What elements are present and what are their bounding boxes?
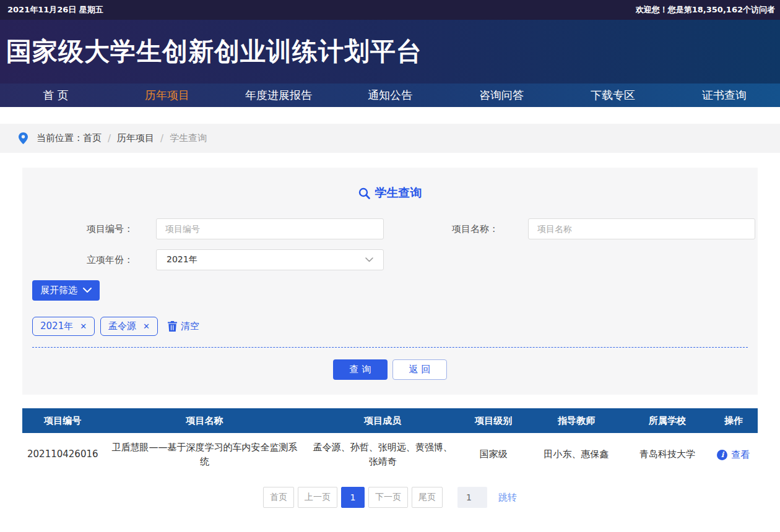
cell-actions: i 查看	[709, 433, 758, 476]
pagination-first-button[interactable]: 首页	[263, 487, 294, 508]
clear-filters-button[interactable]: 清空	[168, 320, 199, 332]
cell-school: 青岛科技大学	[625, 433, 709, 476]
expand-filter-button[interactable]: 展开筛选	[32, 280, 100, 301]
nav-item-certificate-query[interactable]: 证书查询	[669, 84, 780, 107]
nav-item-home[interactable]: 首 页	[0, 84, 111, 107]
nav-item-past-projects[interactable]: 历年项目	[111, 84, 223, 107]
breadcrumb-past-projects[interactable]: 历年项目	[117, 132, 154, 144]
results-table: 项目编号 项目名称 项目成员 项目级别 指导教师 所属学校 操作 2021104…	[22, 408, 758, 476]
filter-tag-year-label: 2021年	[40, 320, 73, 332]
breadcrumb-prefix: 当前位置：	[37, 132, 83, 144]
search-icon	[358, 187, 370, 199]
breadcrumb-home[interactable]: 首页	[83, 132, 102, 144]
pagination-prev-button[interactable]: 上一页	[298, 487, 337, 508]
nav-item-notices[interactable]: 通知公告	[334, 84, 446, 107]
location-pin-icon	[19, 132, 28, 144]
cell-project-level: 国家级	[459, 433, 527, 476]
col-project-code: 项目编号	[22, 408, 103, 433]
filter-tag-year[interactable]: 2021年 ✕	[32, 317, 95, 336]
pagination-jump-input[interactable]	[457, 487, 487, 508]
project-code-field-group: 项目编号：	[22, 218, 384, 239]
pagination-next-button[interactable]: 下一页	[368, 487, 408, 508]
project-name-input[interactable]	[528, 218, 755, 239]
site-header: 国家级大学生创新创业训练计划平台	[0, 20, 780, 84]
year-select[interactable]: 2021年	[156, 249, 384, 270]
pagination-jump-button[interactable]: 跳转	[498, 492, 517, 504]
dashed-divider	[32, 347, 748, 348]
site-title: 国家级大学生创新创业训练计划平台	[6, 35, 422, 69]
cell-project-name: 卫盾慧眼——基于深度学习的车内安全监测系统	[103, 433, 306, 476]
table-row: 202110426016 卫盾慧眼——基于深度学习的车内安全监测系统 孟令源、孙…	[22, 433, 758, 476]
year-select-value: 2021年	[167, 254, 197, 265]
chevron-down-icon	[365, 257, 373, 262]
form-actions: 查 询 返 回	[22, 359, 758, 380]
breadcrumb: 当前位置： 首页 / 历年项目 / 学生查询	[0, 124, 780, 153]
nav-item-qa[interactable]: 咨询问答	[446, 84, 557, 107]
breadcrumb-separator: /	[160, 133, 163, 144]
top-utility-bar: 2021年11月26日 星期五 欢迎您！您是第18,350,162个访问者	[0, 0, 780, 20]
active-filter-tags: 2021年 ✕ 孟令源 ✕ 清空	[32, 317, 758, 336]
year-label: 立项年份：	[22, 254, 156, 266]
visitor-welcome: 欢迎您！您是第18,350,162个访问者	[636, 4, 775, 15]
panel-title-text: 学生查询	[375, 185, 422, 201]
pagination-page-1[interactable]: 1	[341, 487, 365, 508]
filter-tag-student[interactable]: 孟令源 ✕	[100, 317, 158, 336]
col-project-members: 项目成员	[306, 408, 459, 433]
search-panel: 学生查询 项目编号： 项目名称： 立项年份： 2021年 展开筛选 2021年 …	[22, 168, 758, 395]
panel-title: 学生查询	[22, 185, 758, 201]
nav-item-annual-progress-report[interactable]: 年度进展报告	[223, 84, 334, 107]
clear-filters-label: 清空	[181, 320, 199, 332]
pagination: 首页 上一页 1 下一页 尾页 跳转	[0, 487, 780, 508]
col-advisors: 指导教师	[527, 408, 625, 433]
col-actions: 操作	[709, 408, 758, 433]
current-date: 2021年11月26日 星期五	[7, 4, 103, 15]
remove-tag-icon[interactable]: ✕	[80, 322, 87, 330]
pagination-last-button[interactable]: 尾页	[412, 487, 443, 508]
table-header: 项目编号 项目名称 项目成员 项目级别 指导教师 所属学校 操作	[22, 408, 758, 433]
cell-advisors: 田小东、惠保鑫	[527, 433, 625, 476]
form-row-1: 项目编号： 项目名称：	[22, 218, 758, 239]
cell-project-code: 202110426016	[22, 433, 103, 476]
info-circle-icon: i	[717, 450, 727, 460]
breadcrumb-student-query: 学生查询	[170, 132, 207, 144]
year-field-group: 立项年份： 2021年	[22, 249, 384, 270]
view-detail-label: 查看	[731, 448, 750, 462]
project-name-field-group: 项目名称：	[384, 218, 755, 239]
form-row-2: 立项年份： 2021年	[22, 249, 758, 270]
remove-tag-icon[interactable]: ✕	[143, 322, 150, 330]
project-code-input[interactable]	[156, 218, 384, 239]
project-code-label: 项目编号：	[22, 223, 156, 235]
nav-item-downloads[interactable]: 下载专区	[557, 84, 669, 107]
back-button[interactable]: 返 回	[392, 359, 447, 380]
col-project-level: 项目级别	[459, 408, 527, 433]
view-detail-link[interactable]: i 查看	[717, 448, 750, 462]
query-button[interactable]: 查 询	[333, 359, 388, 380]
breadcrumb-separator: /	[108, 133, 111, 144]
expand-filter-label: 展开筛选	[40, 285, 77, 296]
trash-icon	[168, 321, 177, 332]
project-name-label: 项目名称：	[384, 223, 528, 235]
filter-tag-student-label: 孟令源	[108, 320, 136, 332]
col-project-name: 项目名称	[103, 408, 306, 433]
cell-project-members: 孟令源、孙哲、张明远、黄强博、张靖奇	[306, 433, 459, 476]
col-school: 所属学校	[625, 408, 709, 433]
chevron-down-icon	[83, 288, 92, 293]
main-nav: 首 页 历年项目 年度进展报告 通知公告 咨询问答 下载专区 证书查询	[0, 84, 780, 107]
